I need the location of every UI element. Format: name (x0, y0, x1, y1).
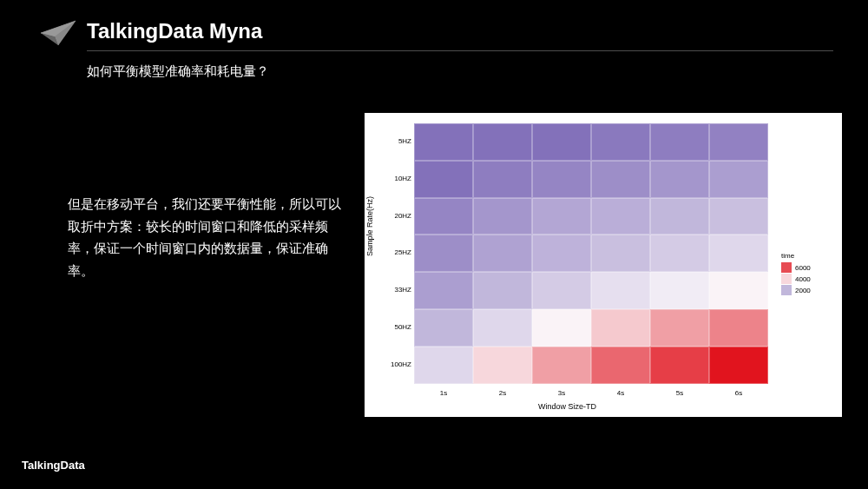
heatmap-cell (473, 235, 532, 272)
legend-swatch (781, 262, 792, 273)
heatmap-cell (473, 347, 532, 384)
legend-item: 4000 (781, 274, 833, 284)
page-title: TalkingData Myna (87, 19, 868, 43)
legend-item: 6000 (781, 262, 833, 273)
y-tick-labels: 5HZ10HZ20HZ25HZ33HZ50HZ100HZ (385, 123, 411, 384)
header-divider (87, 50, 833, 51)
y-tick-label: 100HZ (385, 347, 411, 384)
y-tick-label: 50HZ (385, 309, 411, 347)
x-axis-label: Window Size-TD (538, 402, 596, 411)
x-tick-label: 5s (650, 389, 709, 397)
heatmap-cell (591, 161, 650, 198)
footer-brand: TalkingData (22, 459, 85, 472)
heatmap-cell (532, 309, 591, 347)
heatmap-cell (414, 309, 473, 347)
heatmap-cell (650, 123, 709, 161)
heatmap-row (414, 235, 768, 272)
heatmap-cell (473, 198, 532, 235)
heatmap-cell (532, 272, 591, 309)
legend-tick-label: 2000 (795, 287, 811, 294)
heatmap-cell (591, 235, 650, 272)
heatmap-cell (414, 161, 473, 198)
heatmap-cell (473, 161, 532, 198)
legend-tick-label: 6000 (795, 264, 811, 272)
heatmap-cell (532, 123, 591, 161)
heatmap-cell (414, 235, 473, 272)
heatmap-cell (473, 123, 532, 161)
legend-title: time (781, 252, 833, 260)
heatmap-cell (473, 309, 532, 347)
heatmap-row (414, 272, 768, 309)
heatmap-row (414, 161, 768, 198)
legend-swatch (781, 274, 792, 284)
y-axis-label: Sample Rate(Hz) (365, 196, 374, 256)
heatmap-cell (650, 309, 709, 347)
heatmap-cell (473, 272, 532, 309)
heatmap-cell (709, 235, 768, 272)
heatmap-row (414, 198, 768, 235)
y-tick-label: 5HZ (385, 123, 411, 161)
heatmap-cell (709, 272, 768, 309)
x-tick-label: 2s (473, 389, 532, 397)
y-tick-label: 33HZ (385, 272, 411, 309)
heatmap-cell (650, 198, 709, 235)
heatmap-cell (591, 347, 650, 384)
body-paragraph: 但是在移动平台，我们还要平衡性能，所以可以取折中方案：较长的时间窗口和降低的采样… (68, 193, 345, 281)
heatmap-cell (591, 272, 650, 309)
heatmap-cell (650, 272, 709, 309)
y-tick-label: 25HZ (385, 235, 411, 272)
heatmap-cell (709, 347, 768, 384)
heatmap-cell (709, 161, 768, 198)
heatmap-cell (414, 272, 473, 309)
heatmap-cell (650, 347, 709, 384)
heatmap-row (414, 347, 768, 384)
legend-tick-label: 4000 (795, 275, 811, 283)
legend-item: 2000 (781, 285, 833, 295)
heatmap-cell (650, 235, 709, 272)
page-subtitle: 如何平衡模型准确率和耗电量？ (87, 63, 868, 80)
heatmap-cell (414, 347, 473, 384)
heatmap-row (414, 123, 768, 161)
heatmap-cell (591, 123, 650, 161)
heatmap-cell (709, 309, 768, 347)
paper-plane-icon (39, 19, 77, 47)
heatmap-row (414, 309, 768, 347)
heatmap-chart: Sample Rate(Hz) 5HZ10HZ20HZ25HZ33HZ50HZ1… (365, 113, 842, 417)
heatmap-cell (709, 198, 768, 235)
x-tick-label: 4s (591, 389, 650, 397)
heatmap-cell (709, 123, 768, 161)
heatmap-grid (414, 123, 768, 384)
color-legend: time 600040002000 (781, 252, 833, 296)
heatmap-cell (650, 161, 709, 198)
heatmap-cell (414, 123, 473, 161)
heatmap-cell (532, 198, 591, 235)
x-tick-labels: 1s2s3s4s5s6s (414, 389, 768, 397)
heatmap-cell (532, 235, 591, 272)
heatmap-cell (591, 198, 650, 235)
heatmap-cell (591, 309, 650, 347)
heatmap-cell (532, 347, 591, 384)
heatmap-cell (414, 198, 473, 235)
x-tick-label: 3s (532, 389, 591, 397)
heatmap-cell (532, 161, 591, 198)
y-tick-label: 10HZ (385, 161, 411, 198)
x-tick-label: 6s (709, 389, 768, 397)
y-tick-label: 20HZ (385, 198, 411, 235)
x-tick-label: 1s (414, 389, 473, 397)
legend-swatch (781, 285, 792, 295)
